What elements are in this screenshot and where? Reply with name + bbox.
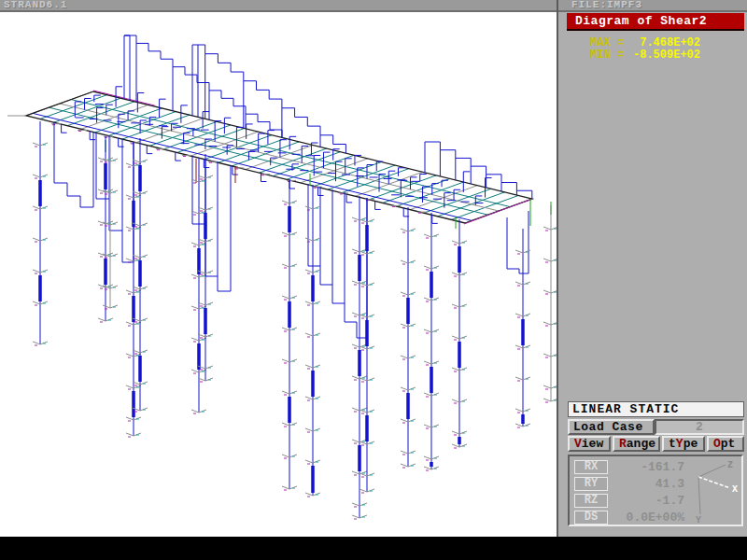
menu-type-button[interactable]: tYpe bbox=[662, 436, 705, 452]
load-case-value[interactable]: 2 bbox=[655, 419, 744, 435]
file-name-label: FILE:IMPF3 bbox=[571, 0, 642, 10]
axis-z-label: Z bbox=[727, 460, 733, 470]
rotation-row-ry: RY 41.3 bbox=[574, 477, 686, 491]
max-label: MAX = bbox=[590, 36, 624, 49]
rz-value: -1.7 bbox=[612, 494, 684, 508]
title-bar: STRAND6.1 FILE:IMPF3 bbox=[0, 0, 747, 12]
menu-view-button[interactable]: View bbox=[568, 436, 611, 452]
side-panel: Diagram of Shear2 MAX =7.468E+02 MIN =-8… bbox=[558, 12, 747, 537]
axis-triad-icon: Z X Y bbox=[682, 458, 740, 524]
ry-value: 41.3 bbox=[612, 477, 684, 491]
axis-y-label: Y bbox=[696, 515, 701, 524]
axis-x-label: X bbox=[732, 484, 738, 495]
min-readout: MIN =-8.509E+02 bbox=[590, 49, 700, 62]
load-case-button[interactable]: Load Case bbox=[568, 419, 655, 435]
max-value: 7.468E+02 bbox=[624, 36, 700, 49]
rz-button[interactable]: RZ bbox=[574, 494, 608, 508]
ry-button[interactable]: RY bbox=[574, 477, 608, 491]
shear-diagram-wireframe bbox=[0, 12, 557, 537]
menu-range-button[interactable]: Range bbox=[613, 436, 660, 452]
ds-value: 0.0E+00% bbox=[612, 511, 684, 525]
rotation-readout-box: RX -161.7 RY 41.3 RZ -1.7 DS 0.0E+00% Z … bbox=[568, 455, 743, 526]
min-value: -8.509E+02 bbox=[624, 49, 700, 62]
menu-bar: View Range tYpe Opt bbox=[568, 436, 744, 452]
analysis-type-display: LINEAR STATIC bbox=[568, 401, 744, 417]
rx-button[interactable]: RX bbox=[574, 460, 608, 474]
app-title: STRAND6.1 bbox=[4, 0, 67, 10]
min-label: MIN = bbox=[590, 49, 624, 62]
diagram-title: Diagram of Shear2 bbox=[567, 13, 744, 31]
rotation-row-rz: RZ -1.7 bbox=[574, 494, 686, 508]
menu-opt-button[interactable]: Opt bbox=[707, 436, 744, 452]
max-readout: MAX =7.468E+02 bbox=[590, 36, 700, 49]
ds-button[interactable]: DS bbox=[574, 511, 608, 525]
model-viewport[interactable] bbox=[0, 12, 557, 537]
rotation-row-rx: RX -161.7 bbox=[574, 460, 686, 474]
rx-value: -161.7 bbox=[612, 460, 684, 474]
